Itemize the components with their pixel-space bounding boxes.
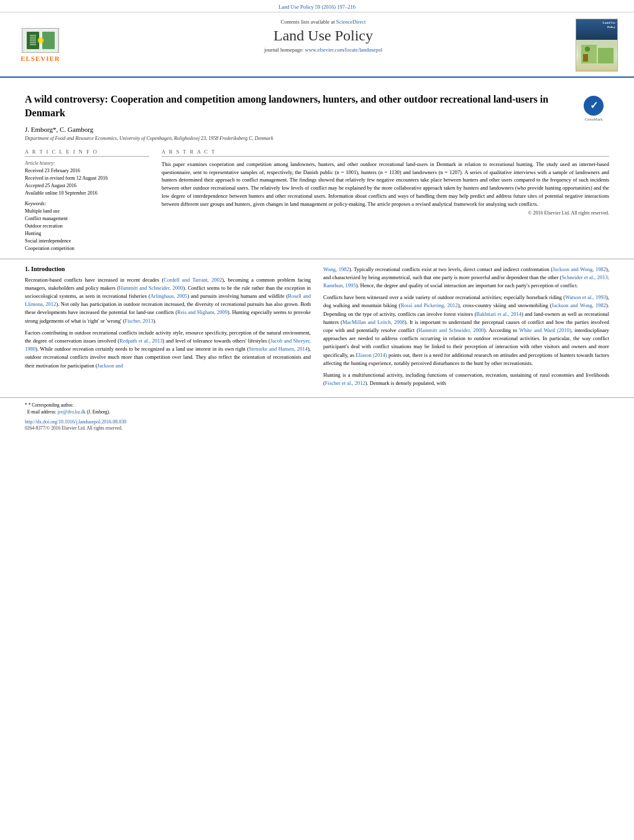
ref-fischer2: Fischer et al., 2012	[325, 380, 365, 386]
svg-rect-2	[42, 32, 55, 49]
footnote-corresponding-label: * Corresponding author.	[29, 402, 74, 408]
ref-reis: Reis and Higham, 2009	[177, 309, 227, 315]
intro-title: 1. Introduction	[25, 265, 311, 272]
cover-text: Land UsePolicy	[603, 21, 615, 29]
doi-link[interactable]: http://dx.doi.org/10.1016/j.landusepol.2…	[25, 419, 126, 425]
footnote-email: E-mail address: jee@ifro.ku.dk (J. Embor…	[25, 408, 609, 415]
email-name: (J. Emborg).	[87, 409, 111, 415]
article-info-column: A R T I C L E I N F O Article history: R…	[25, 149, 149, 252]
abstract-column: A B S T R A C T This paper examines coop…	[162, 149, 609, 252]
authors: J. Emborg*, C. Gamborg	[25, 126, 609, 133]
keyword-2: Conflict management	[25, 215, 149, 223]
email-label: E-mail address:	[27, 409, 57, 415]
keyword-5: Social interdependence	[25, 238, 149, 245]
body-col-right: Wong, 1982). Typically recreational conf…	[323, 265, 609, 391]
ref-fischer1: Fischer, 2013	[125, 318, 154, 324]
ref-macmillan: MacMillan and Leitch, 2008	[342, 319, 405, 325]
email-link[interactable]: jee@ifro.ku.dk	[58, 409, 86, 415]
ref-stenseke: Stenseke and Hansen, 2014	[249, 346, 308, 352]
ref-rossi: Rossi and Pickering, 2012	[400, 302, 457, 308]
citation-bar: Land Use Policy 59 (2016) 197–216	[0, 0, 634, 12]
received-date: Received 23 February 2016	[25, 167, 149, 175]
journal-title: Land Use Policy	[75, 27, 572, 44]
crossmark-badge: ✓ CrossMark	[578, 93, 609, 124]
ref-redpath: Redpath et al., 2013	[119, 338, 163, 344]
abstract-header: A B S T R A C T	[162, 149, 609, 157]
article-title: A wild controversy: Cooperation and comp…	[25, 93, 609, 121]
abstract-text: This paper examines cooperation and comp…	[162, 160, 609, 208]
elsevier-logo: ELSEVIER	[12, 19, 68, 76]
keywords-list: Multiple land use Conflict management Ou…	[25, 208, 149, 252]
svg-rect-5	[30, 37, 36, 38]
footnote-area: * * Corresponding author. E-mail address…	[0, 397, 634, 417]
intro-label: Introduction	[31, 265, 65, 272]
svg-rect-12	[598, 48, 613, 63]
revised-date: Received in revised form 12 August 2016	[25, 175, 149, 182]
ref-jackson3: Jackson and Wong, 1982	[552, 302, 606, 308]
svg-point-13	[585, 47, 590, 52]
divider	[0, 259, 634, 259]
ref-hammitt1: Hammitt and Schneider, 2000	[119, 285, 183, 291]
right-para2: Conflicts have been witnessed over a wid…	[323, 293, 609, 367]
ref-cordell: Cordell and Tarrant, 2002	[163, 277, 222, 283]
intro-number: 1.	[25, 265, 30, 272]
homepage-label: journal homepage:	[264, 47, 304, 53]
sciencedirect-link[interactable]: ScienceDirect	[336, 19, 366, 25]
svg-rect-7	[30, 40, 36, 42]
ref-arlinghaus: Arlinghaus, 2005	[150, 293, 188, 299]
ref-eliason: Eliason (2014)	[356, 352, 387, 358]
ref-hammitt2: Hammitt and Schneider, 2000	[418, 327, 484, 333]
body-columns: 1. Introduction Recreation-based conflic…	[0, 265, 634, 391]
ref-schneider: Schneider et al., 2013; Ramthun, 1995	[323, 274, 609, 288]
contents-line: Contents lists available at ScienceDirec…	[75, 19, 572, 25]
journal-cover: Land UsePolicy	[572, 19, 622, 76]
article-area: A wild controversy: Cooperation and comp…	[0, 78, 634, 252]
crossmark-label: CrossMark	[585, 117, 603, 121]
right-para3: Hunting is a multifunctional activity, i…	[323, 371, 609, 387]
right-para1: Wong, 1982). Typically recreational conf…	[323, 265, 609, 290]
contents-label: Contents lists available at	[281, 19, 335, 25]
keyword-6: Cooperation competition	[25, 245, 149, 252]
svg-point-3	[37, 37, 44, 44]
citation-text: Land Use Policy 59 (2016) 197–216	[278, 4, 356, 10]
accepted-date: Accepted 25 August 2016	[25, 182, 149, 190]
header-center: Contents lists available at ScienceDirec…	[75, 19, 572, 76]
keyword-3: Outdoor recreation	[25, 223, 149, 230]
footnote-corresponding: * * Corresponding author.	[25, 402, 609, 408]
svg-rect-9	[30, 44, 36, 45]
elsevier-text: ELSEVIER	[21, 55, 60, 62]
journal-header: ELSEVIER Contents lists available at Sci…	[0, 12, 634, 78]
ref-jackson2: Jackson and Wong, 1982	[553, 266, 606, 272]
page: Land Use Policy 59 (2016) 197–216	[0, 0, 634, 840]
ref-wong1: Wong, 1982	[323, 266, 349, 272]
available-date: Available online 10 September 2016	[25, 190, 149, 197]
copyright: © 2016 Elsevier Ltd. All rights reserved…	[162, 210, 609, 216]
homepage-line: journal homepage: www.elsevier.com/locat…	[75, 47, 572, 53]
ref-white: White and Ward (2010)	[519, 327, 571, 333]
svg-rect-4	[30, 35, 36, 36]
ref-watson: Watson et al., 1993	[565, 294, 606, 300]
history-label: Article history:	[25, 160, 149, 166]
svg-rect-8	[30, 42, 36, 44]
ref-bakhtiari: Bakhtiari et al., 2014	[476, 311, 521, 317]
article-info-header: A R T I C L E I N F O	[25, 149, 149, 157]
intro-para1: Recreation-based conflicts have increase…	[25, 276, 311, 325]
article-columns: A R T I C L E I N F O Article history: R…	[25, 149, 609, 252]
keyword-4: Hunting	[25, 230, 149, 238]
intro-para2: Factors contributing to outdoor recreati…	[25, 329, 311, 370]
keywords-label: Keywords:	[25, 201, 149, 206]
elsevier-logo-img	[22, 28, 59, 53]
doi-area: http://dx.doi.org/10.1016/j.landusepol.2…	[0, 417, 634, 433]
homepage-link[interactable]: www.elsevier.com/locate/landusepol	[305, 47, 383, 53]
journal-cover-image: Land UsePolicy	[576, 19, 618, 72]
keyword-1: Multiple land use	[25, 208, 149, 215]
issn-line: 0264-8377/© 2016 Elsevier Ltd. All right…	[25, 425, 122, 431]
body-col-left: 1. Introduction Recreation-based conflic…	[25, 265, 311, 391]
svg-rect-14	[583, 54, 588, 62]
ref-jackson1: Jackson and	[98, 362, 123, 369]
affiliation: Department of Food and Resource Economic…	[25, 136, 609, 141]
svg-rect-6	[30, 39, 36, 40]
